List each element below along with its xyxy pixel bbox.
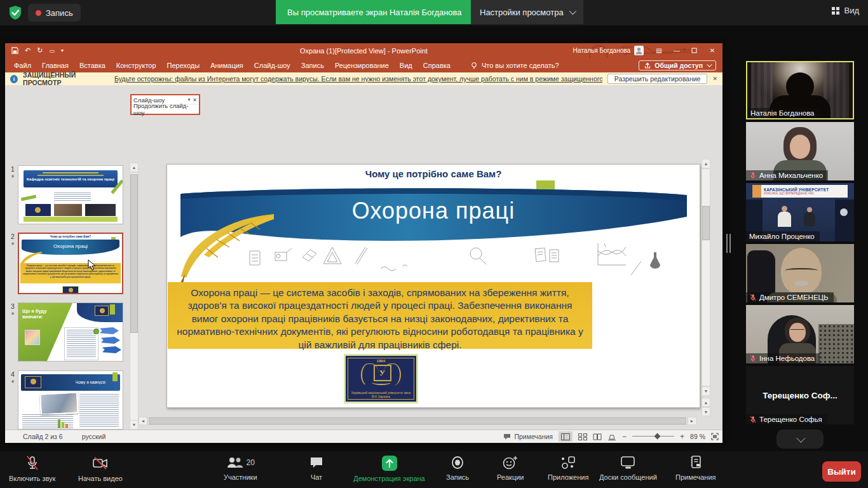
slide-scroll-down-button[interactable]: ▼	[702, 386, 710, 396]
normal-view-button[interactable]	[559, 431, 573, 442]
zoom-meeting-window: Запись Вы просматриваете экран Наталія Б…	[0, 0, 868, 488]
unmute-button[interactable]: Включить звук	[9, 455, 55, 482]
dropdown-icon[interactable]: ▾	[188, 97, 191, 102]
mouse-cursor	[88, 259, 97, 271]
user-avatar[interactable]	[634, 46, 644, 55]
enable-editing-button[interactable]: Разрешить редактирование	[607, 74, 708, 84]
sofa-pattern	[818, 324, 854, 363]
whiteboards-label: Доски сообщений	[599, 473, 657, 481]
record-label: Запись	[446, 473, 469, 481]
view-layout-button[interactable]: Вид	[831, 6, 859, 15]
exit-meeting-button[interactable]: Выйти	[822, 461, 861, 482]
security-shield-icon[interactable]	[7, 4, 24, 21]
start-video-button[interactable]: Начать видео	[78, 455, 123, 482]
tab-slideshow[interactable]: Слайд-шоу	[254, 62, 290, 69]
pencil-decor	[21, 195, 37, 201]
zoom-out-button[interactable]: −	[622, 432, 627, 441]
tab-record[interactable]: Запись	[301, 62, 324, 69]
slide-thumbnail-1[interactable]: Кафедра освітніх технологій та охорони п…	[18, 165, 123, 224]
slide-thumbnail-2-selected[interactable]: Чому це потрібно саме Вам? Охорона праці…	[18, 233, 123, 294]
panel-drag-handle[interactable]	[726, 234, 728, 253]
tell-me-search[interactable]: Что вы хотите сделать?	[470, 62, 559, 69]
annotations-button[interactable]: Примечания	[675, 455, 716, 481]
slideshow-view-button[interactable]	[607, 433, 616, 440]
participant-tile-4[interactable]: Дмитро СЕМЕНЕЦЬ	[746, 244, 854, 302]
tab-help[interactable]: Справка	[423, 62, 451, 69]
thumb4-bar	[65, 424, 68, 428]
fit-slide-button[interactable]	[711, 433, 719, 440]
zoom-percentage[interactable]: 89 %	[690, 433, 705, 440]
next-slide-button[interactable]: ▼	[702, 407, 710, 416]
qat-customize-icon[interactable]: ▾	[61, 48, 64, 53]
h-scrollbar-thumb[interactable]	[149, 417, 686, 424]
participant-tile-5[interactable]: Інна Нефьодова	[746, 305, 854, 363]
participant-tile-1[interactable]: Наталія Богданова	[746, 61, 854, 119]
slide-sorter-view-button[interactable]	[578, 433, 587, 440]
restore-window-button[interactable]	[686, 47, 703, 54]
close-window-button[interactable]: ✕	[703, 47, 721, 54]
reading-view-button[interactable]	[593, 433, 602, 440]
undo-icon[interactable]: ↶	[25, 46, 31, 55]
language-indicator[interactable]: русский	[82, 433, 106, 440]
record-button[interactable]: Запись	[446, 455, 469, 481]
ribbon-display-options-icon[interactable]: ▤	[650, 47, 668, 54]
continue-slideshow-button[interactable]: Продолжить слайд-шоу	[132, 105, 199, 114]
share-screen-button[interactable]: Демонстрация экрана	[346, 455, 432, 482]
slide-scrollbar-track[interactable]	[702, 168, 710, 386]
slide-thumbnail-3[interactable]: Що я буду вивчати:	[18, 302, 123, 362]
person1-head	[782, 206, 787, 212]
tab-transitions[interactable]: Переходы	[167, 62, 200, 69]
participant-tile-3[interactable]: КАРАЗІНСЬКИЙ УНІВЕРСИТЕТ КЛАСИКА, ЩО ВИП…	[746, 183, 854, 241]
zoom-slider-knob[interactable]	[654, 433, 661, 440]
animation-star-icon: *	[8, 241, 18, 250]
recording-indicator[interactable]: Запись	[28, 4, 81, 22]
participants-button[interactable]: 20 Участники	[224, 455, 257, 481]
notes-bubble-icon	[503, 433, 511, 440]
thumb-scroll-up-button[interactable]: ▲	[130, 163, 139, 172]
slide-scroll-up-button[interactable]: ▲	[702, 159, 710, 168]
tab-home[interactable]: Главная	[42, 62, 69, 69]
tab-insert[interactable]: Вставка	[79, 62, 105, 69]
tab-file[interactable]: Файл	[14, 62, 31, 69]
tab-animations[interactable]: Анимация	[210, 62, 243, 69]
slide-scrollbar-thumb[interactable]	[702, 206, 710, 240]
close-protected-bar-button[interactable]: ✕	[712, 76, 717, 82]
view-options-button[interactable]: Настройки просмотра	[471, 0, 583, 24]
participant-tile-6[interactable]: Терещенко Соф... Терещенко Софья	[746, 366, 854, 424]
participant-name-label: Михайло Проценко	[746, 231, 820, 241]
touch-mode-icon[interactable]: ▭	[49, 48, 55, 54]
thumb4-title: Чому я навчуся:	[76, 380, 106, 384]
tab-review[interactable]: Рецензирование	[335, 62, 389, 69]
annotations-label: Примечания	[675, 473, 716, 481]
protected-view-message[interactable]: Будьте осторожны: файлы из Интернета мог…	[114, 75, 602, 83]
participant-tile-2[interactable]: Анна Михальченко	[746, 122, 854, 180]
thumb-scroll-down-button[interactable]: ▼	[130, 420, 139, 430]
tab-view[interactable]: Вид	[400, 62, 412, 69]
whiteboards-button[interactable]: Доски сообщений	[599, 455, 657, 481]
reactions-button[interactable]: Реакции	[497, 455, 524, 481]
share-access-button[interactable]: Общий доступ	[639, 60, 716, 71]
h-scroll-right-button[interactable]: ►	[688, 417, 696, 425]
zoom-slider[interactable]	[632, 433, 674, 440]
mic-muted-icon	[24, 455, 41, 471]
participants-icon	[226, 455, 244, 470]
apps-button[interactable]: Приложения	[548, 455, 588, 481]
current-slide-canvas: Чому це потрібно саме Вам? Охорона праці	[166, 164, 700, 408]
animation-star-icon: *	[8, 173, 18, 182]
panel-drag-handle[interactable]	[729, 234, 731, 253]
reactions-smiley-icon	[502, 455, 519, 470]
chat-button[interactable]: Чат	[309, 455, 324, 481]
save-icon[interactable]	[11, 47, 18, 54]
minimize-window-button[interactable]: —	[668, 47, 686, 54]
whiteboard-icon	[620, 455, 636, 470]
previous-slide-button[interactable]: ▲	[702, 398, 710, 407]
redo-icon[interactable]: ↻	[37, 46, 43, 55]
thumb-scrollbar-thumb[interactable]	[130, 174, 138, 333]
shelf-right	[835, 200, 854, 241]
notes-toggle[interactable]: Примечания	[503, 433, 553, 440]
slide-thumbnail-4[interactable]: Чому я навчуся:	[18, 370, 123, 430]
scroll-participants-button[interactable]	[776, 430, 824, 449]
h-scroll-left-button[interactable]: ◄	[139, 417, 147, 425]
zoom-in-button[interactable]: +	[680, 432, 684, 441]
tab-design[interactable]: Конструктор	[116, 62, 156, 69]
